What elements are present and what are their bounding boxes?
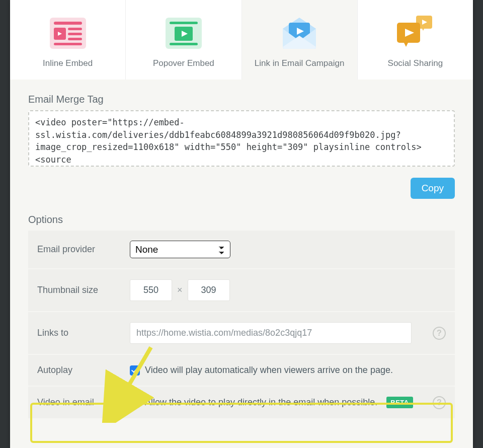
embed-share-modal: Inline Embed Popover Embed xyxy=(10,0,473,448)
merge-tag-textarea[interactable]: <video poster="https://embed-ssl.wistia.… xyxy=(28,110,455,167)
popover-embed-icon xyxy=(126,15,241,51)
beta-badge: BETA xyxy=(386,397,413,408)
links-to-input[interactable] xyxy=(130,322,412,344)
svg-rect-6 xyxy=(68,38,82,40)
thumbnail-height-input[interactable] xyxy=(188,279,230,301)
option-label: Thumbnail size xyxy=(37,285,130,295)
option-label: Autoplay xyxy=(37,365,130,376)
option-thumbnail-size: Thumbnail size × xyxy=(28,269,455,312)
option-links-to: Links to ? xyxy=(28,312,455,355)
tabs: Inline Embed Popover Embed xyxy=(10,0,473,80)
thumbnail-width-input[interactable] xyxy=(130,279,172,301)
video-in-email-checkbox[interactable] xyxy=(130,398,140,408)
panel-body: Email Merge Tag <video poster="https://e… xyxy=(10,80,473,419)
option-email-provider: Email provider None xyxy=(28,231,455,269)
tab-label: Link in Email Campaign xyxy=(242,58,357,68)
tab-social-sharing[interactable]: Social Sharing xyxy=(358,0,473,80)
help-icon[interactable]: ? xyxy=(433,327,446,340)
video-in-email-description: Allow the video to play directly in the … xyxy=(145,397,377,408)
svg-rect-5 xyxy=(68,33,82,35)
merge-tag-title: Email Merge Tag xyxy=(28,94,455,105)
email-campaign-icon xyxy=(242,15,357,51)
options-title: Options xyxy=(28,214,455,226)
svg-rect-1 xyxy=(54,22,82,25)
option-label: Email provider xyxy=(37,244,130,255)
svg-rect-12 xyxy=(170,43,198,45)
tab-link-in-email[interactable]: Link in Email Campaign xyxy=(242,0,358,80)
inline-embed-icon xyxy=(10,15,125,51)
help-icon[interactable]: ? xyxy=(433,396,446,409)
email-provider-select[interactable]: None xyxy=(130,241,230,258)
tab-label: Inline Embed xyxy=(10,58,125,68)
option-video-in-email: Video in email Allow the video to play d… xyxy=(28,387,455,419)
autoplay-checkbox[interactable] xyxy=(130,365,140,376)
copy-button[interactable]: Copy xyxy=(411,178,455,199)
autoplay-description: Video will play automatically when viewe… xyxy=(145,365,393,376)
tab-label: Social Sharing xyxy=(358,58,473,68)
svg-rect-4 xyxy=(68,28,82,30)
svg-marker-19 xyxy=(403,41,409,47)
option-label: Video in email xyxy=(37,397,130,408)
social-sharing-icon xyxy=(358,15,473,51)
svg-rect-7 xyxy=(54,43,82,45)
tab-inline-embed[interactable]: Inline Embed xyxy=(10,0,126,80)
svg-rect-9 xyxy=(170,22,198,24)
tab-label: Popover Embed xyxy=(126,58,241,68)
times-symbol: × xyxy=(177,285,183,295)
tab-popover-embed[interactable]: Popover Embed xyxy=(126,0,242,80)
option-autoplay: Autoplay Video will play automatically w… xyxy=(28,355,455,387)
option-label: Links to xyxy=(37,328,130,338)
